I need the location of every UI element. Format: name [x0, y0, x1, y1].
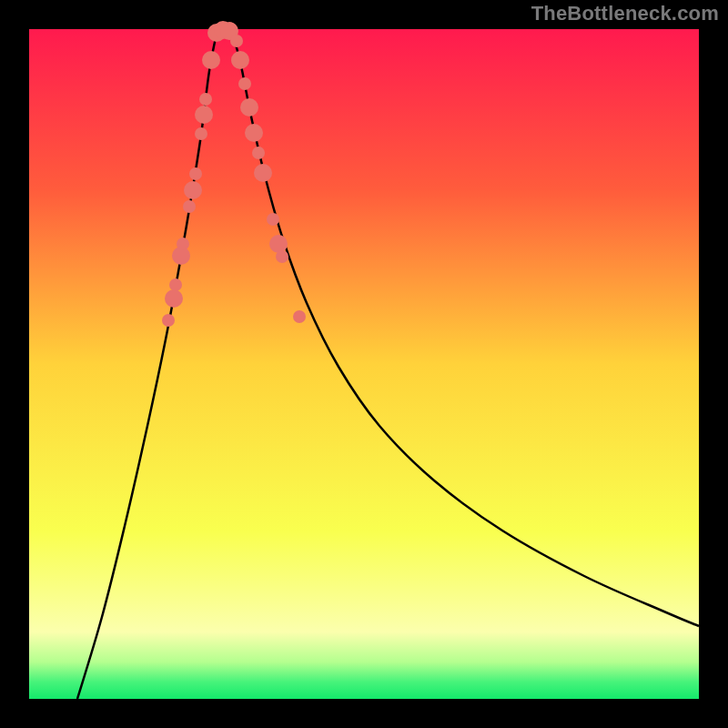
- bead: [169, 278, 182, 291]
- bead: [240, 98, 258, 116]
- bead: [254, 164, 272, 182]
- plot-background: [29, 29, 699, 699]
- bead: [199, 93, 212, 106]
- bead: [202, 51, 220, 69]
- bead: [267, 213, 279, 226]
- bead: [189, 167, 202, 180]
- bead: [165, 289, 183, 308]
- bead: [177, 238, 189, 250]
- bead: [245, 124, 263, 142]
- bead: [162, 314, 175, 327]
- bead: [183, 200, 196, 213]
- bead: [238, 77, 251, 90]
- bead: [195, 106, 213, 124]
- bead: [252, 147, 265, 159]
- plot-svg: [0, 0, 728, 728]
- bead: [269, 235, 288, 253]
- bead: [195, 127, 207, 140]
- bead: [184, 181, 202, 199]
- bead: [230, 35, 243, 47]
- bead: [293, 310, 306, 323]
- attribution-label: TheBottleneck.com: [531, 4, 719, 24]
- chart-stage: TheBottleneck.com: [0, 0, 728, 728]
- bead: [231, 51, 249, 69]
- bead: [276, 250, 288, 263]
